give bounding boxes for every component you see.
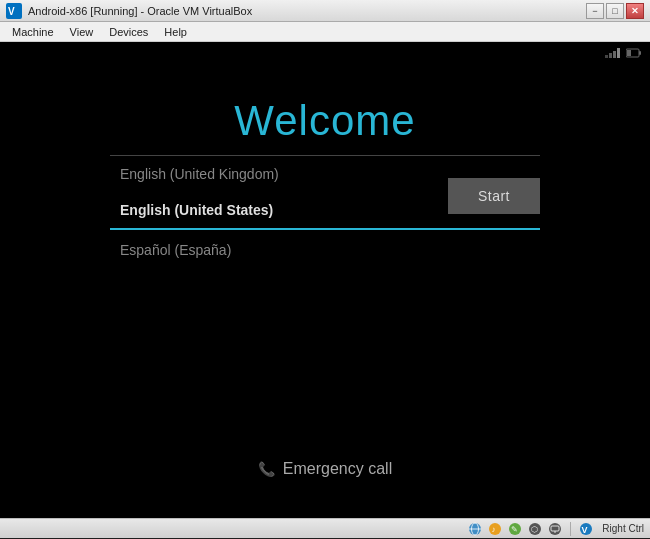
window-title: Android-x86 [Running] - Oracle VM Virtua… — [28, 5, 252, 17]
close-button[interactable]: ✕ — [626, 3, 644, 19]
right-ctrl-label: Right Ctrl — [602, 523, 644, 534]
welcome-title: Welcome — [234, 97, 415, 145]
menu-help[interactable]: Help — [156, 24, 195, 40]
android-content: Welcome Start English (United Kingdom) E… — [0, 42, 650, 518]
emergency-call-label: Emergency call — [283, 460, 392, 478]
svg-text:⬡: ⬡ — [531, 525, 538, 534]
battery-icon — [626, 48, 642, 58]
svg-text:V: V — [582, 524, 588, 534]
vbox-icon-audio[interactable]: ♪ — [487, 521, 503, 537]
language-area: Start English (United Kingdom) English (… — [110, 156, 540, 268]
signal-icon — [604, 46, 622, 60]
minimize-button[interactable]: − — [586, 3, 604, 19]
svg-rect-8 — [627, 50, 631, 56]
svg-text:✎: ✎ — [511, 525, 518, 534]
emergency-call-button[interactable]: 📞 Emergency call — [258, 460, 392, 478]
vbox-icon-edit[interactable]: ✎ — [507, 521, 523, 537]
menu-devices[interactable]: Devices — [101, 24, 156, 40]
svg-rect-3 — [613, 51, 616, 58]
svg-text:♪: ♪ — [492, 525, 496, 534]
phone-icon: 📞 — [258, 461, 275, 477]
svg-rect-2 — [617, 48, 620, 58]
vm-screen: Welcome Start English (United Kingdom) E… — [0, 42, 650, 538]
divider — [570, 522, 571, 536]
window-controls: − □ ✕ — [586, 3, 644, 19]
svg-text:V: V — [8, 6, 15, 17]
vbox-app-icon: V — [6, 3, 22, 19]
vbox-taskbar: ♪ ✎ ⬡ V — [0, 518, 650, 538]
menu-machine[interactable]: Machine — [4, 24, 62, 40]
titlebar: V Android-x86 [Running] - Oracle VM Virt… — [0, 0, 650, 22]
vbox-icon-display[interactable] — [547, 521, 563, 537]
start-button[interactable]: Start — [448, 178, 540, 214]
vbox-icon-vbox[interactable]: V — [578, 521, 594, 537]
menu-view[interactable]: View — [62, 24, 102, 40]
language-item-2[interactable]: Español (España) — [110, 232, 540, 268]
vbox-icon-network[interactable] — [467, 521, 483, 537]
vbox-icon-usb[interactable]: ⬡ — [527, 521, 543, 537]
svg-rect-4 — [609, 53, 612, 58]
status-bar — [604, 42, 650, 64]
svg-rect-7 — [639, 51, 641, 55]
maximize-button[interactable]: □ — [606, 3, 624, 19]
titlebar-left: V Android-x86 [Running] - Oracle VM Virt… — [6, 3, 252, 19]
svg-rect-5 — [605, 55, 608, 58]
menubar: Machine View Devices Help — [0, 22, 650, 42]
